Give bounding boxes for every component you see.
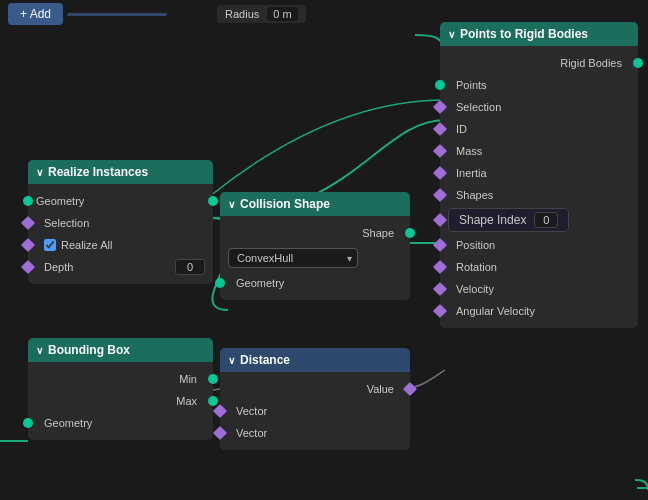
- rotation-row: Rotation: [440, 256, 638, 278]
- collision-shape-header[interactable]: ∨ Collision Shape: [220, 192, 410, 216]
- angular-velocity-row: Angular Velocity: [440, 300, 638, 322]
- min-label: Min: [179, 373, 197, 385]
- points-to-rigid-bodies-title: Points to Rigid Bodies: [460, 27, 588, 41]
- ptrb-selection-socket: [433, 100, 447, 114]
- vector2-label: Vector: [236, 427, 267, 439]
- shapes-socket: [433, 188, 447, 202]
- chevron-icon-ptrb: ∨: [448, 29, 455, 40]
- bb-geometry-row: Geometry: [28, 412, 213, 434]
- cs-geometry-in-socket: [215, 278, 225, 288]
- points-to-rigid-bodies-header[interactable]: ∨ Points to Rigid Bodies: [440, 22, 638, 46]
- realize-instances-node: ∨ Realize Instances Geometry Selection R…: [28, 160, 213, 284]
- position-row: Position: [440, 234, 638, 256]
- realize-all-row: Realize All: [28, 234, 213, 256]
- shape-label: Shape: [362, 227, 394, 239]
- rotation-label: Rotation: [456, 261, 497, 273]
- realize-all-checkbox[interactable]: [44, 239, 56, 251]
- shape-index-row: Shape Index 0: [440, 206, 638, 234]
- chevron-icon-dist: ∨: [228, 355, 235, 366]
- chevron-icon-bb: ∨: [36, 345, 43, 356]
- value-row: Value: [220, 378, 410, 400]
- velocity-label: Velocity: [456, 283, 494, 295]
- min-socket: [208, 374, 218, 384]
- points-socket: [435, 80, 445, 90]
- shapes-label: Shapes: [456, 189, 493, 201]
- inertia-row: Inertia: [440, 162, 638, 184]
- rigid-bodies-row: Rigid Bodies: [440, 52, 638, 74]
- vector2-row: Vector: [220, 422, 410, 444]
- distance-title: Distance: [240, 353, 290, 367]
- bb-geometry-in-socket: [23, 418, 33, 428]
- points-label: Points: [456, 79, 487, 91]
- geometry-out-socket: [208, 196, 218, 206]
- cs-geometry-label: Geometry: [236, 277, 284, 289]
- inertia-socket: [433, 166, 447, 180]
- points-to-rigid-bodies-body: Rigid Bodies Points Selection ID Mass In…: [440, 46, 638, 328]
- position-label: Position: [456, 239, 495, 251]
- cs-geometry-row: Geometry: [220, 272, 410, 294]
- value-out-socket: [403, 382, 417, 396]
- convexhull-dropdown-wrap[interactable]: ConvexHull Box Sphere Capsule Cylinder: [228, 248, 358, 268]
- bounding-box-header[interactable]: ∨ Bounding Box: [28, 338, 213, 362]
- depth-row: Depth 0: [28, 256, 213, 278]
- shape-index-label: Shape Index: [459, 213, 526, 227]
- vector1-row: Vector: [220, 400, 410, 422]
- angular-velocity-socket: [433, 304, 447, 318]
- shape-index-box: Shape Index 0: [448, 208, 569, 232]
- angular-velocity-label: Angular Velocity: [456, 305, 535, 317]
- max-socket: [208, 396, 218, 406]
- shape-out-socket: [405, 228, 415, 238]
- points-row: Points: [440, 74, 638, 96]
- realize-instances-geometry-row: Geometry: [28, 190, 213, 212]
- geometry-in-socket: [23, 196, 33, 206]
- id-label: ID: [456, 123, 467, 135]
- realize-instances-title: Realize Instances: [48, 165, 148, 179]
- selection-socket: [21, 216, 35, 230]
- shapes-row: Shapes: [440, 184, 638, 206]
- position-socket: [433, 238, 447, 252]
- rigid-bodies-socket: [633, 58, 643, 68]
- depth-label: Depth: [44, 261, 73, 273]
- mass-row: Mass: [440, 140, 638, 162]
- points-to-rigid-bodies-node: ∨ Points to Rigid Bodies Rigid Bodies Po…: [440, 22, 638, 328]
- distance-body: Value Vector Vector: [220, 372, 410, 450]
- bounding-box-title: Bounding Box: [48, 343, 130, 357]
- ptrb-selection-row: Selection: [440, 96, 638, 118]
- radius-value: 0 m: [267, 7, 297, 21]
- collision-shape-title: Collision Shape: [240, 197, 330, 211]
- geometry-label: Geometry: [36, 195, 84, 207]
- value-label: Value: [367, 383, 394, 395]
- distance-node: ∨ Distance Value Vector Vector: [220, 348, 410, 450]
- ptrb-selection-label: Selection: [456, 101, 501, 113]
- bb-geometry-label: Geometry: [44, 417, 92, 429]
- max-label: Max: [176, 395, 197, 407]
- vector2-socket: [213, 426, 227, 440]
- radius-label: Radius: [225, 8, 259, 20]
- realize-all-text: Realize All: [61, 239, 112, 251]
- bounding-box-node: ∨ Bounding Box Min Max Geometry: [28, 338, 213, 440]
- bounding-box-body: Min Max Geometry: [28, 362, 213, 440]
- mass-label: Mass: [456, 145, 482, 157]
- velocity-row: Velocity: [440, 278, 638, 300]
- realize-instances-body: Geometry Selection Realize All Depth 0: [28, 184, 213, 284]
- add-button[interactable]: + Add: [8, 3, 63, 25]
- distance-header[interactable]: ∨ Distance: [220, 348, 410, 372]
- id-row: ID: [440, 118, 638, 140]
- radius-group: Radius 0 m: [217, 5, 306, 23]
- realize-all-socket: [21, 238, 35, 252]
- shape-index-value[interactable]: 0: [534, 212, 558, 228]
- collision-shape-node: ∨ Collision Shape Shape ConvexHull Box S…: [220, 192, 410, 300]
- realize-instances-header[interactable]: ∨ Realize Instances: [28, 160, 213, 184]
- selection-label: Selection: [44, 217, 89, 229]
- depth-value[interactable]: 0: [175, 259, 205, 275]
- vector1-label: Vector: [236, 405, 267, 417]
- shape-index-socket: [433, 213, 447, 227]
- shape-row: Shape: [220, 222, 410, 244]
- realize-all-label[interactable]: Realize All: [44, 239, 112, 251]
- chevron-icon-cs: ∨: [228, 199, 235, 210]
- rigid-bodies-label: Rigid Bodies: [560, 57, 622, 69]
- depth-socket: [21, 260, 35, 274]
- collision-shape-body: Shape ConvexHull Box Sphere Capsule Cyli…: [220, 216, 410, 300]
- convexhull-dropdown[interactable]: ConvexHull Box Sphere Capsule Cylinder: [228, 248, 358, 268]
- chevron-icon: ∨: [36, 167, 43, 178]
